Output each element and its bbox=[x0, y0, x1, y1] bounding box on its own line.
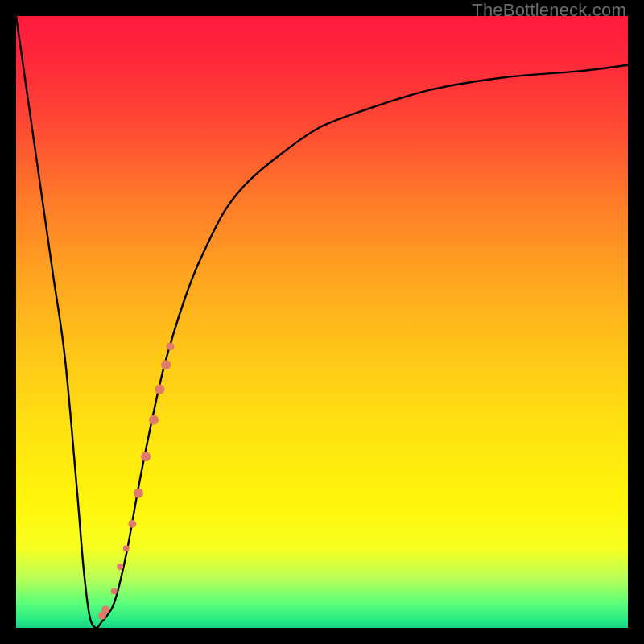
data-marker bbox=[161, 360, 171, 369]
data-marker bbox=[167, 342, 175, 350]
data-marker bbox=[155, 385, 165, 394]
curve-layer bbox=[16, 16, 628, 628]
data-marker bbox=[134, 489, 143, 498]
data-marker bbox=[149, 415, 159, 425]
data-marker bbox=[117, 564, 123, 570]
data-marker bbox=[141, 452, 151, 461]
data-marker bbox=[128, 520, 136, 528]
data-marker bbox=[111, 588, 118, 594]
chart-frame: TheBottleneck.com bbox=[0, 0, 644, 644]
data-marker bbox=[101, 605, 109, 613]
bottleneck-curve bbox=[16, 16, 628, 628]
data-markers bbox=[98, 342, 174, 619]
data-marker bbox=[123, 545, 130, 551]
plot-area bbox=[16, 16, 628, 628]
